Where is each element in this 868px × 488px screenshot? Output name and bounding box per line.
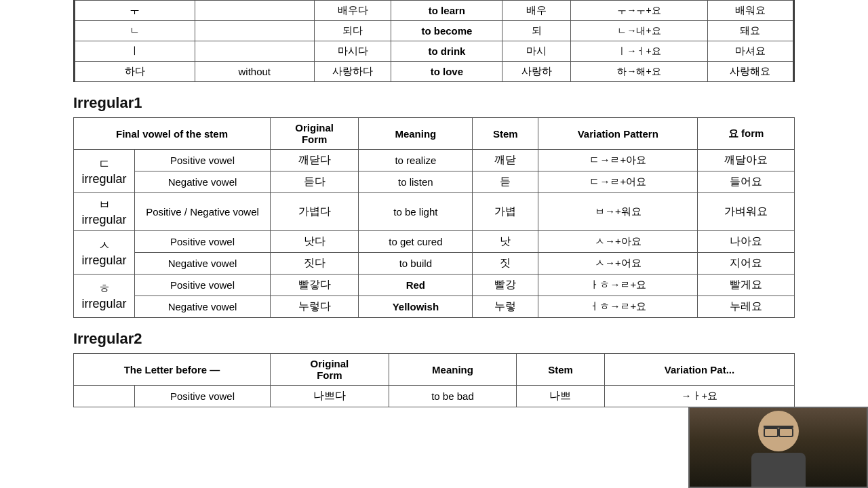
top-table: ㅜ 배우다 to learn 배우 ㅜ→ㅜ+요 배워요 ㄴ 되다 to beco…: [75, 0, 793, 82]
cell-variation: ㅓㅎ→ㄹ+요: [538, 296, 698, 318]
cell-meaning: to realize: [359, 150, 473, 171]
webcam-person: [690, 408, 867, 487]
cell-variation: ㅏㅎ→ㄹ+요: [538, 274, 698, 296]
cell-original: 나쁘다: [271, 386, 389, 407]
cell-original: 짓다: [271, 253, 359, 274]
vowel-type: Positive vowel: [135, 231, 271, 253]
th-stem: Stem: [517, 354, 605, 386]
cell-stem: 나쁘: [517, 386, 605, 407]
cell-yo: 가벼워요: [698, 193, 795, 231]
th-original-form: OriginalForm: [271, 354, 389, 386]
cell-yo: 마셔요: [707, 41, 793, 62]
cell-meaning: to become: [391, 21, 502, 41]
cell-original: 듣다: [271, 171, 359, 193]
th-final-vowel: Final vowel of the stem: [74, 118, 271, 150]
irregular1-title: Irregular1: [73, 94, 868, 112]
cell-original: 마시다: [315, 41, 391, 62]
person-silhouette: [751, 411, 806, 487]
vowel-type: Positive / Negative vowel: [135, 193, 271, 231]
table-row: 하다 without 사랑하다 to love 사랑하 하→해+요 사랑해요: [75, 62, 793, 82]
vowel-type: Positive vowel: [135, 150, 271, 171]
irregular1-table-wrap: Final vowel of the stem OriginalForm Mea…: [73, 117, 795, 318]
person-head: [758, 411, 799, 451]
table-row: ㅅ irregular Positive vowel 낫다 to get cur…: [74, 231, 795, 253]
cell-yo: 깨달아요: [698, 150, 795, 171]
table-row: ㅣ 마시다 to drink 마시 ㅣ→ㅓ+요 마셔요: [75, 41, 793, 62]
header-row: The Letter before — OriginalForm Meaning…: [74, 354, 795, 386]
cell-stem: 배우: [502, 1, 571, 21]
table-row: Negative vowel 짓다 to build 짓 ㅅ→+어요 지어요: [74, 253, 795, 274]
cell-variation: ㅅ→+어요: [538, 253, 698, 274]
cell-original: 누렇다: [271, 296, 359, 318]
cell-stem: 가볍: [473, 193, 538, 231]
irregular2-table: The Letter before — OriginalForm Meaning…: [73, 353, 795, 407]
cell-stem: 사랑하: [502, 62, 571, 82]
top-table-wrap: ㅜ 배우다 to learn 배우 ㅜ→ㅜ+요 배워요 ㄴ 되다 to beco…: [73, 0, 795, 82]
cell-variation: ㅅ→+아요: [538, 231, 698, 253]
category-s: ㅅ irregular: [74, 231, 135, 274]
glasses: [764, 426, 793, 434]
category-dt: ㄷ irregular: [74, 150, 135, 193]
cell-variation: ㄴ→내+요: [571, 21, 708, 41]
table-row: ㄴ 되다 to become 되 ㄴ→내+요 돼요: [75, 21, 793, 41]
cell-meaning: to drink: [391, 41, 502, 62]
cell-original: 가볍다: [271, 193, 359, 231]
cell-vowel: ㅜ: [75, 1, 195, 21]
cell-variation: →ㅏ+요: [604, 386, 794, 407]
th-variation: Variation Pat...: [604, 354, 794, 386]
cell-yo: 들어요: [698, 171, 795, 193]
cell-original: 사랑하다: [315, 62, 391, 82]
cell-empty: [195, 41, 315, 62]
cell-yo: 돼요: [707, 21, 793, 41]
table-row: ㅂ irregular Positive / Negative vowel 가볍…: [74, 193, 795, 231]
cell-meaning: to get cured: [359, 231, 473, 253]
th-meaning: Meaning: [389, 354, 516, 386]
cell-stem: 깨닫: [473, 150, 538, 171]
cell-original: 낫다: [271, 231, 359, 253]
cell-stem: 빨강: [473, 274, 538, 296]
cell-original: 되다: [315, 21, 391, 41]
cell-meaning: to be light: [359, 193, 473, 231]
category-bp: ㅂ irregular: [74, 193, 135, 231]
cell-meaning: to listen: [359, 171, 473, 193]
person-body: [751, 453, 806, 487]
cell-original: 깨닫다: [271, 150, 359, 171]
cell-empty: [195, 21, 315, 41]
table-row: ㅜ 배우다 to learn 배우 ㅜ→ㅜ+요 배워요: [75, 1, 793, 21]
cell-meaning: Red: [359, 274, 473, 296]
th-variation: Variation Pattern: [538, 118, 698, 150]
table-row: Positive vowel 나쁘다 to be bad 나쁘 →ㅏ+요: [74, 386, 795, 407]
cell-variation: ㅜ→ㅜ+요: [571, 1, 708, 21]
cell-variation: 하→해+요: [571, 62, 708, 82]
irregular2-title: Irregular2: [73, 330, 868, 348]
irregular2-table-wrap: The Letter before — OriginalForm Meaning…: [73, 353, 795, 407]
cell-original: 배우다: [315, 1, 391, 21]
vowel-type: Positive vowel: [135, 274, 271, 296]
cell-yo: 배워요: [707, 1, 793, 21]
cell-yo: 누레요: [698, 296, 795, 318]
cell-variation: ㅣ→ㅓ+요: [571, 41, 708, 62]
category-cell: [74, 386, 135, 407]
cell-vowel: ㅣ: [75, 41, 195, 62]
vowel-type: Negative vowel: [135, 296, 271, 318]
webcam-overlay: [688, 407, 868, 488]
cell-meaning: to learn: [391, 1, 502, 21]
table-row: Negative vowel 누렇다 Yellowish 누렇 ㅓㅎ→ㄹ+요 누…: [74, 296, 795, 318]
irregular1-table: Final vowel of the stem OriginalForm Mea…: [73, 117, 795, 318]
page-container: ㅜ 배우다 to learn 배우 ㅜ→ㅜ+요 배워요 ㄴ 되다 to beco…: [0, 0, 868, 407]
cell-meaning: Yellowish: [359, 296, 473, 318]
cell-meaning: to build: [359, 253, 473, 274]
cell-stem: 낫: [473, 231, 538, 253]
table-row: ㄷ irregular Positive vowel 깨닫다 to realiz…: [74, 150, 795, 171]
cell-yo: 사랑해요: [707, 62, 793, 82]
cell-empty: [195, 1, 315, 21]
cell-stem: 마시: [502, 41, 571, 62]
cell-variation: ㅂ→+워요: [538, 193, 698, 231]
table-row: ㅎ irregular Positive vowel 빨갛다 Red 빨강 ㅏㅎ…: [74, 274, 795, 296]
cell-yo: 나아요: [698, 231, 795, 253]
th-original-form: OriginalForm: [271, 118, 359, 150]
cell-original: 빨갛다: [271, 274, 359, 296]
cell-meaning: to be bad: [389, 386, 516, 407]
cell-meaning: to love: [391, 62, 502, 82]
cell-variation: ㄷ→ㄹ+아요: [538, 150, 698, 171]
